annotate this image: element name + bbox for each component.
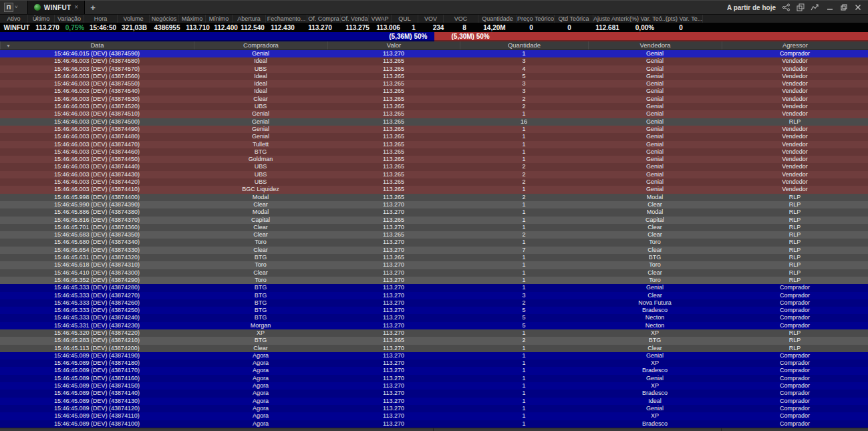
quote-label-of-compra[interactable]: Of. Compra	[307, 15, 341, 23]
price-cell: 113.265	[327, 163, 460, 170]
filter-dropdown-icon[interactable]: ▼	[6, 43, 11, 48]
quote-label-qtd-te-rica[interactable]: Qtd Teórica	[555, 15, 593, 23]
trade-row[interactable]: 15:46:46.015 (DEV) (43874590)Genial113.2…	[0, 50, 868, 57]
quote-label-vwap[interactable]: VWAP	[369, 15, 392, 23]
quantity-cell: 5	[460, 73, 588, 80]
quote-label-pre-o-te-rico[interactable]: Preço Teórico	[517, 15, 555, 23]
quote-label-varia-o[interactable]: Variação	[55, 15, 84, 23]
app-menu-button[interactable]: Π ˅	[0, 1, 22, 14]
trade-row[interactable]: 15:46:45.331 (DEV) (43874230)Morgan113.2…	[0, 322, 868, 329]
trade-row[interactable]: 15:46:45.089 (DEV) (43874190)Agora113.27…	[0, 352, 868, 360]
quote-label-ltimo[interactable]: Último	[28, 15, 55, 23]
quote-label-quantidade[interactable]: Quantidade	[478, 15, 517, 23]
quote-label-m-nimo[interactable]: Mínimo	[206, 15, 233, 23]
trade-row[interactable]: 15:46:45.618 (DEV) (43874310)Toro113.270…	[0, 261, 868, 269]
quote-label-qul[interactable]: QUL	[392, 15, 418, 23]
trade-row[interactable]: 15:46:46.003 (DEV) (43874490)Genial113.2…	[0, 126, 868, 133]
trade-row[interactable]: 15:46:46.003 (DEV) (43874570)UBS113.2654…	[0, 65, 868, 73]
quote-value-neg-cios: 4386955	[151, 23, 183, 32]
trade-row[interactable]: 15:46:46.003 (DEV) (43874580)Ideal113.26…	[0, 57, 868, 65]
trade-row[interactable]: 15:46:46.003 (DEV) (43874530)Clear113.26…	[0, 96, 868, 103]
trade-row[interactable]: 15:46:45.320 (DEV) (43874220)XP113.2701X…	[0, 329, 868, 337]
quote-label-vov[interactable]: VOV	[418, 15, 444, 23]
trade-row[interactable]: 15:46:45.701 (DEV) (43874360)Clear113.27…	[0, 224, 868, 231]
trade-row[interactable]: 15:46:45.816 (DEV) (43874370)Capital113.…	[0, 217, 868, 224]
trade-row[interactable]: 15:46:45.333 (DEV) (43874260)BTG113.2702…	[0, 299, 868, 307]
trades-table-body[interactable]: 15:46:46.015 (DEV) (43874590)Genial113.2…	[0, 50, 868, 428]
quote-label-var-te[interactable]: (%) Var. Teó...	[629, 15, 666, 23]
trade-row[interactable]: 15:46:45.089 (DEV) (43874160)Agora113.27…	[0, 375, 868, 382]
new-tab-button[interactable]: +	[85, 1, 101, 14]
trade-row[interactable]: 15:46:45.089 (DEV) (43874180)Agora113.27…	[0, 360, 868, 367]
quantity-cell: 3	[460, 88, 588, 95]
quote-label-fechamento[interactable]: Fechamento...	[266, 15, 307, 23]
trade-row[interactable]: 15:46:45.352 (DEV) (43874290)Toro113.270…	[0, 277, 868, 284]
trade-row[interactable]: 15:46:45.089 (DEV) (43874140)Agora113.27…	[0, 390, 868, 397]
column-header-vendedora[interactable]: Vendedora	[588, 41, 722, 49]
trade-row[interactable]: 15:46:45.998 (DEV) (43874400)Modal113.26…	[0, 194, 868, 201]
minimize-button[interactable]	[827, 4, 833, 11]
column-header-compradora[interactable]: Compradora	[194, 41, 327, 49]
column-header-quantidade[interactable]: Quantidade	[460, 41, 588, 49]
price-cell: 113.270	[327, 201, 460, 208]
column-header-valor[interactable]: Valor	[327, 41, 460, 49]
close-button[interactable]	[855, 4, 861, 11]
buy-pressure-label: (5,36M) 50%	[389, 33, 427, 40]
duplicate-window-icon[interactable]	[797, 3, 805, 11]
restore-button[interactable]	[841, 4, 847, 11]
trade-row[interactable]: 15:46:45.089 (DEV) (43874170)Agora113.27…	[0, 367, 868, 374]
quote-label-ativo[interactable]: Ativo	[0, 15, 28, 23]
tab-winfut[interactable]: WINFUT ×	[27, 1, 86, 14]
tab-close-icon[interactable]: ×	[74, 4, 78, 11]
chart-link-icon[interactable]	[811, 3, 819, 11]
quote-label-m-ximo[interactable]: Máximo	[179, 15, 206, 23]
trade-row[interactable]: 15:46:45.089 (DEV) (43874130)Agora113.27…	[0, 398, 868, 405]
quote-label-hora[interactable]: Hora	[84, 15, 118, 23]
quote-label-ajuste-anterior[interactable]: Ajuste Anterior	[593, 15, 629, 23]
quote-label-abertura[interactable]: Abertura	[233, 15, 266, 23]
trade-row[interactable]: 15:46:45.089 (DEV) (43874100)Agora113.27…	[0, 420, 868, 428]
trade-row[interactable]: 15:46:45.654 (DEV) (43874330)Clear113.27…	[0, 247, 868, 254]
trade-row[interactable]: 15:46:46.003 (DEV) (43874550)Ideal113.26…	[0, 80, 868, 88]
trade-row[interactable]: 15:46:45.410 (DEV) (43874300)Clear113.27…	[0, 269, 868, 277]
share-icon[interactable]	[782, 3, 790, 11]
trade-row[interactable]: 15:46:45.283 (DEV) (43874210)BTG113.2652…	[0, 337, 868, 344]
trade-row[interactable]: 15:46:46.003 (DEV) (43874430)UBS113.2652…	[0, 171, 868, 178]
column-header-data[interactable]: Data	[0, 41, 194, 49]
trade-row[interactable]: 15:46:45.886 (DEV) (43874380)Modal113.27…	[0, 208, 868, 216]
trade-row[interactable]: 15:46:45.333 (DEV) (43874240)BTG113.2705…	[0, 314, 868, 321]
trade-time-cell: 15:46:45.089 (DEV) (43874180)	[0, 360, 194, 367]
period-selector[interactable]: A partir de hoje	[727, 4, 776, 11]
quote-label-neg-cios[interactable]: Negócios	[150, 15, 179, 23]
trade-row[interactable]: 15:46:45.333 (DEV) (43874270)BTG113.2703…	[0, 292, 868, 299]
trade-row[interactable]: 15:46:46.003 (DEV) (43874450)Goldman113.…	[0, 156, 868, 163]
trade-row[interactable]: 15:46:45.333 (DEV) (43874280)BTG113.2701…	[0, 284, 868, 291]
trade-row[interactable]: 15:46:45.683 (DEV) (43874350)Clear113.26…	[0, 231, 868, 239]
trade-row[interactable]: 15:46:45.113 (DEV) (43874200)Clear113.27…	[0, 345, 868, 352]
trade-row[interactable]: 15:46:45.631 (DEV) (43874320)BTG113.2651…	[0, 254, 868, 261]
quote-label-of-venda[interactable]: Of. Venda	[341, 15, 369, 23]
trade-row[interactable]: 15:46:46.003 (DEV) (43874480)Genial113.2…	[0, 133, 868, 140]
trade-row[interactable]: 15:46:46.003 (DEV) (43874470)Tullett113.…	[0, 141, 868, 148]
trade-row[interactable]: 15:46:45.333 (DEV) (43874250)BTG113.2705…	[0, 307, 868, 314]
trade-row[interactable]: 15:46:46.003 (DEV) (43874560)Ideal113.26…	[0, 73, 868, 80]
trade-row[interactable]: 15:46:45.089 (DEV) (43874150)Agora113.27…	[0, 382, 868, 390]
quote-label-pts-var-te[interactable]: (pts) Var. Te...	[666, 15, 703, 23]
trade-row[interactable]: 15:46:46.003 (DEV) (43874500)Genial113.2…	[0, 118, 868, 126]
price-cell: 113.270	[327, 382, 460, 390]
quote-label-voc[interactable]: VOC	[444, 15, 478, 23]
table-header: ▼ DataCompradoraValorQuantidadeVendedora…	[0, 41, 868, 50]
trade-row[interactable]: 15:46:46.003 (DEV) (43874410)BGC Liquide…	[0, 186, 868, 193]
trade-row[interactable]: 15:46:46.003 (DEV) (43874440)UBS113.2652…	[0, 163, 868, 170]
trade-row[interactable]: 15:46:46.003 (DEV) (43874520)UBS113.2652…	[0, 103, 868, 110]
column-header-agressor[interactable]: Agressor	[722, 41, 868, 49]
trade-row[interactable]: 15:46:46.003 (DEV) (43874460)BTG113.2651…	[0, 148, 868, 156]
trade-row[interactable]: 15:46:45.680 (DEV) (43874340)Toro113.270…	[0, 239, 868, 246]
trade-row[interactable]: 15:46:45.089 (DEV) (43874120)Agora113.27…	[0, 405, 868, 412]
trade-row[interactable]: 15:46:45.990 (DEV) (43874390)Clear113.27…	[0, 201, 868, 208]
trade-row[interactable]: 15:46:46.003 (DEV) (43874540)Ideal113.26…	[0, 88, 868, 95]
trade-row[interactable]: 15:46:45.089 (DEV) (43874110)Agora113.27…	[0, 412, 868, 420]
trade-row[interactable]: 15:46:46.003 (DEV) (43874510)Genial113.2…	[0, 110, 868, 118]
quote-label-volume[interactable]: Volume	[118, 15, 150, 23]
trade-row[interactable]: 15:46:46.003 (DEV) (43874420)UBS113.2652…	[0, 178, 868, 186]
